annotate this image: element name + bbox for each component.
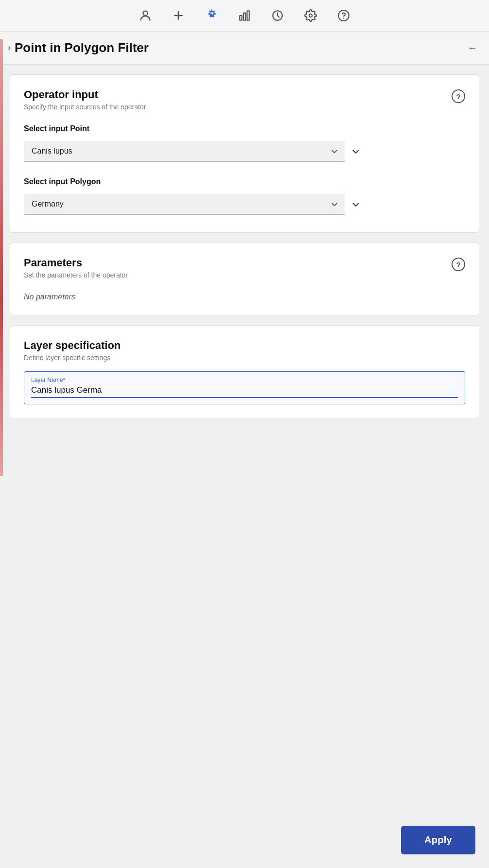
layer-name-input[interactable] — [31, 385, 458, 398]
layer-spec-title: Layer specification — [24, 339, 465, 352]
svg-point-8 — [309, 14, 313, 17]
select-point-label: Select input Point — [24, 124, 465, 133]
layer-name-label: Layer Name* — [31, 377, 458, 383]
operator-input-card: Operator input Specify the input sources… — [10, 74, 479, 233]
layer-name-input-group: Layer Name* — [24, 371, 465, 404]
polygon-dropdown-row: Germany — [24, 194, 465, 215]
page-header: › Point in Polygon Filter ← — [0, 32, 489, 65]
operator-input-title: Operator input — [24, 88, 146, 101]
operator-input-help-icon[interactable]: ? — [452, 89, 465, 103]
expand-chevron-icon[interactable]: › — [8, 43, 11, 53]
operator-input-subtitle: Specify the input sources of the operato… — [24, 103, 146, 111]
apply-button[interactable]: Apply — [401, 826, 475, 854]
operator-input-title-group: Operator input Specify the input sources… — [24, 88, 146, 121]
toolbar — [0, 0, 489, 32]
history-icon[interactable] — [269, 7, 286, 24]
svg-rect-4 — [240, 16, 242, 20]
parameters-title-group: Parameters Set the parameters of the ope… — [24, 257, 128, 289]
operator-input-header: Operator input Specify the input sources… — [24, 88, 465, 121]
point-dropdown-row: Canis lupus — [24, 141, 465, 162]
page-title: Point in Polygon Filter — [15, 40, 149, 55]
point-dropdown-wrapper: Canis lupus — [24, 141, 345, 162]
point-select[interactable]: Canis lupus — [24, 141, 345, 162]
layer-spec-subtitle: Define layer-specific settings — [24, 354, 465, 362]
polygon-dropdown-wrapper: Germany — [24, 194, 345, 215]
svg-point-3 — [210, 15, 213, 17]
svg-rect-5 — [244, 13, 245, 20]
svg-rect-6 — [247, 11, 249, 20]
parameters-subtitle: Set the parameters of the operator — [24, 271, 128, 279]
parameters-card: Parameters Set the parameters of the ope… — [10, 243, 479, 315]
apply-button-container: Apply — [401, 826, 475, 854]
polygon-select[interactable]: Germany — [24, 194, 345, 215]
parameters-help-icon[interactable]: ? — [452, 258, 465, 271]
point-expand-icon[interactable] — [350, 146, 361, 157]
select-polygon-label: Select input Polygon — [24, 177, 465, 186]
left-edge-bar — [0, 39, 3, 476]
parameters-header: Parameters Set the parameters of the ope… — [24, 257, 465, 289]
account-icon[interactable] — [137, 7, 154, 24]
settings-icon[interactable] — [302, 7, 319, 24]
parameters-title: Parameters — [24, 257, 128, 269]
chart-icon[interactable] — [236, 7, 253, 24]
polygon-expand-icon[interactable] — [350, 199, 361, 210]
no-params-text: No parameters — [24, 293, 465, 301]
add-icon[interactable] — [170, 7, 187, 24]
main-content: Operator input Specify the input sources… — [0, 65, 489, 477]
help-toolbar-icon[interactable] — [335, 7, 352, 24]
back-icon[interactable]: ← — [468, 42, 477, 53]
svg-point-0 — [143, 11, 147, 16]
layer-specification-card: Layer specification Define layer-specifi… — [10, 325, 479, 418]
gear-activity-icon[interactable] — [203, 7, 220, 24]
header-left: › Point in Polygon Filter — [8, 40, 149, 55]
